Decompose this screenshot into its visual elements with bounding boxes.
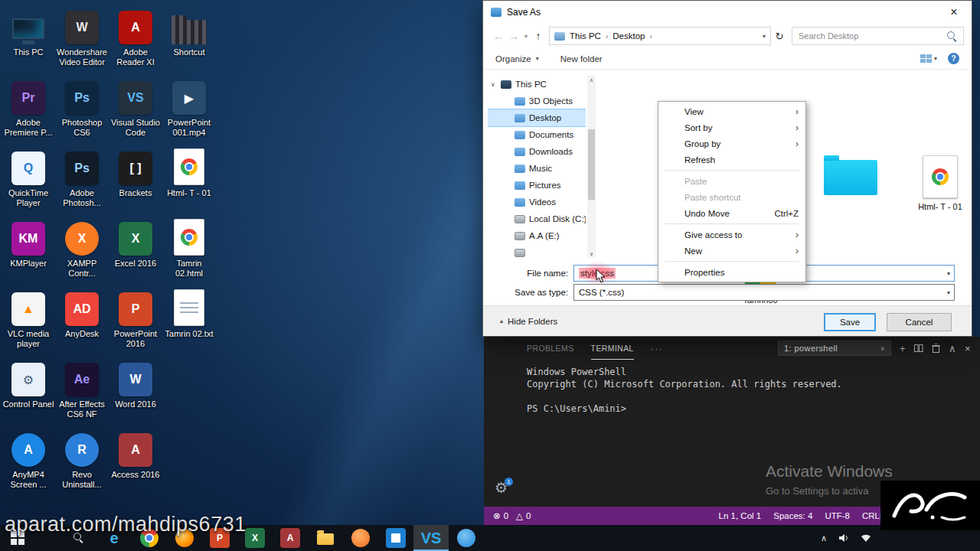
menu-item-new[interactable]: New› (658, 243, 805, 259)
menu-item-view[interactable]: View› (658, 103, 805, 119)
cursor-position-status[interactable]: Ln 1, Col 1 (719, 511, 762, 520)
taskbar-file-explorer[interactable] (308, 525, 343, 551)
tree-scrollbar[interactable]: ∧ ∨ (587, 76, 596, 258)
tree-item-videos[interactable]: Videos (488, 194, 586, 210)
refresh-icon[interactable]: ↻ (771, 31, 788, 42)
menu-item-refresh[interactable]: Refresh (658, 152, 805, 168)
file-item-html-t-01[interactable]: Html- T - 01 (900, 151, 980, 211)
desktop-icon-powerpoint-001-mp4[interactable]: ▶PowerPoint 001.mp4 (162, 75, 216, 145)
organize-button[interactable]: Organize ▾ (495, 54, 539, 64)
desktop-icon-adobe-reader-xi[interactable]: AAdobe Reader XI (109, 5, 162, 75)
tree-item-downloads[interactable]: Downloads (488, 143, 586, 160)
breadcrumb-desktop[interactable]: Desktop (612, 31, 645, 41)
help-icon[interactable]: ? (948, 53, 959, 64)
menu-item-give-access-to[interactable]: Give access to› (658, 227, 805, 243)
tree-item-documents[interactable]: Documents (488, 126, 586, 143)
tree-item-partial[interactable] (488, 244, 586, 258)
panel-tab-problems[interactable]: PROBLEMS (527, 337, 574, 360)
close-icon[interactable]: × (936, 1, 972, 24)
indentation-status[interactable]: Spaces: 4 (773, 511, 812, 520)
desktop-icon-access-2016[interactable]: AAccess 2016 (109, 427, 162, 497)
panel-tab-terminal[interactable]: TERMINAL (591, 337, 634, 360)
hide-folders-button[interactable]: ▴ Hide Folders (500, 317, 557, 326)
new-terminal-icon[interactable]: + (900, 343, 906, 354)
desktop-icon-control-panel[interactable]: ⚙Control Panel (2, 357, 55, 427)
desktop-icon-visual-studio-code[interactable]: VSVisual Studio Code (109, 75, 162, 145)
back-icon[interactable]: ← (491, 30, 506, 42)
desktop-icon-anydesk[interactable]: ADAnyDesk (55, 286, 109, 357)
caret-down-icon[interactable]: ▾ (947, 270, 950, 277)
menu-item-undo-move[interactable]: Undo MoveCtrl+Z (658, 205, 805, 221)
taskbar-app-blue-tile[interactable] (378, 525, 413, 551)
scroll-up-icon[interactable]: ∧ (587, 76, 596, 84)
save-button[interactable]: Save (824, 313, 876, 331)
menu-item-group-by[interactable]: Group by› (658, 135, 805, 152)
desktop-icon-after-effects[interactable]: AeAfter Effects CS6 NF (55, 357, 109, 427)
taskbar-app-blue-circle[interactable] (449, 525, 484, 551)
forward-icon[interactable]: → (506, 30, 521, 42)
new-folder-button[interactable]: New folder (560, 54, 603, 64)
tree-item-desktop[interactable]: Desktop (488, 109, 586, 126)
cancel-button[interactable]: Cancel (887, 313, 952, 331)
terminal-select[interactable]: 1: powershell ∨ (778, 341, 891, 356)
network-icon[interactable] (861, 534, 871, 543)
tree-item-music[interactable]: Music (488, 160, 586, 177)
tree-item-local-disk-c[interactable]: Local Disk (C:) (488, 210, 586, 227)
desktop-icon-anymp4-screen[interactable]: AAnyMP4 Screen ... (2, 427, 55, 497)
up-icon[interactable]: ↑ (531, 30, 546, 42)
breadcrumb[interactable]: This PC › Desktop › ▾ (549, 27, 771, 45)
tree-item-a-a-e[interactable]: A.A (E:) (488, 227, 586, 244)
errors-status[interactable]: ⊗ 0 (493, 510, 508, 521)
brackets-icon: [ ] (119, 147, 152, 185)
split-terminal-icon[interactable] (914, 344, 923, 353)
desktop-icon-tamrin-02-html[interactable]: Tamrin 02.html (162, 216, 216, 286)
desktop-icon-word-2016[interactable]: WWord 2016 (109, 357, 162, 427)
warnings-status[interactable]: △ 0 (516, 510, 531, 521)
desktop-icon-xampp-control[interactable]: XXAMPP Contr... (55, 216, 109, 286)
desktop-icon-revo-uninstaller[interactable]: RRevo Uninstall... (55, 427, 109, 497)
desktop-icon-photoshop-cs6[interactable]: PsPhotoshop CS6 (55, 75, 109, 145)
hidden-icons-chevron[interactable]: ∧ (821, 533, 827, 543)
dialog-titlebar[interactable]: Save As × (483, 1, 972, 24)
breadcrumb-caret-icon[interactable]: ▾ (763, 33, 766, 40)
encoding-status[interactable]: UTF-8 (825, 511, 850, 520)
desktop-icon-kmplayer[interactable]: KMKMPlayer (2, 216, 55, 286)
breadcrumb-this-pc[interactable]: This PC (570, 31, 601, 41)
desktop-icon-wondershare-video-editor[interactable]: WWondershare Video Editor (55, 5, 109, 75)
scrollbar-thumb[interactable] (588, 129, 595, 200)
view-mode-button[interactable]: ▾ (920, 54, 937, 63)
save-type-select[interactable]: CSS (*.css) ▾ (573, 284, 955, 301)
search-input[interactable] (792, 28, 963, 44)
maximize-panel-icon[interactable]: ∧ (949, 343, 956, 354)
desktop-icon-excel-2016[interactable]: XExcel 2016 (109, 216, 162, 286)
taskbar-vscode[interactable]: VS (413, 525, 449, 551)
menu-item-properties[interactable]: Properties (658, 264, 805, 280)
taskbar-access[interactable]: A (273, 525, 308, 551)
more-actions-icon[interactable]: ··· (651, 343, 663, 354)
volume-icon[interactable] (838, 533, 849, 543)
tree-item-this-pc[interactable]: ∨This PC (488, 76, 586, 93)
desktop-icon-quicktime-player[interactable]: QQuickTime Player (2, 145, 55, 216)
desktop-icon-this-pc[interactable]: This PC (2, 5, 55, 75)
history-caret-icon[interactable]: ▾ (521, 33, 531, 40)
search-box[interactable] (792, 27, 964, 45)
terminal-output[interactable]: Windows PowerShellCopyright (C) Microsof… (484, 360, 980, 415)
desktop-icon-adobe-photoshop[interactable]: PsAdobe Photosh... (55, 145, 109, 216)
expander-icon[interactable]: ∨ (491, 81, 501, 88)
close-panel-icon[interactable]: × (965, 343, 971, 354)
kill-terminal-icon[interactable] (932, 344, 940, 353)
desktop-icon-powerpoint-2016[interactable]: PPowerPoint 2016 (109, 286, 162, 357)
taskbar-app-orange-2[interactable] (343, 525, 378, 551)
tree-item-3d-objects[interactable]: 3D Objects (488, 93, 586, 109)
desktop-icon-html-t-01[interactable]: Html- T - 01 (162, 145, 216, 216)
caret-down-icon[interactable]: ▾ (947, 289, 950, 296)
desktop-icon-brackets[interactable]: [ ]Brackets (109, 145, 162, 216)
desktop-icon-shortcut-folder[interactable]: Shortcut (162, 5, 216, 75)
desktop-icon-adobe-premiere[interactable]: PrAdobe Premiere P... (2, 75, 55, 145)
file-item[interactable] (811, 148, 890, 195)
desktop-icon-tamrin-02-txt[interactable]: Tamrin 02.txt (162, 286, 216, 357)
menu-item-sort-by[interactable]: Sort by› (658, 119, 805, 135)
scroll-down-icon[interactable]: ∨ (587, 249, 596, 258)
tree-item-pictures[interactable]: Pictures (488, 177, 586, 194)
desktop-icon-vlc-media-player[interactable]: ▲VLC media player (2, 286, 55, 357)
